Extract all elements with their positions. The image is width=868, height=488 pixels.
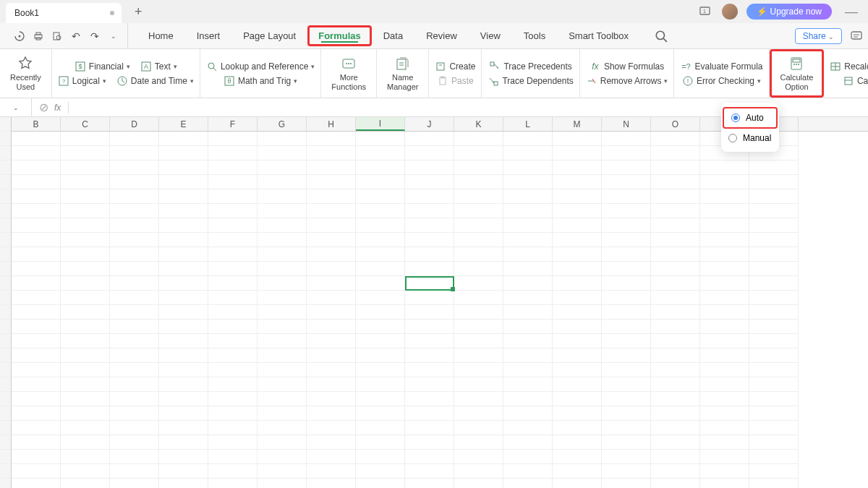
cell[interactable] — [503, 348, 553, 363]
cell[interactable] — [700, 435, 749, 450]
cell[interactable] — [159, 247, 208, 262]
cell[interactable] — [61, 247, 110, 262]
cell[interactable] — [553, 421, 602, 435]
cell[interactable] — [553, 175, 602, 189]
cell[interactable] — [159, 392, 208, 406]
cell[interactable] — [700, 450, 749, 464]
row-header[interactable] — [0, 218, 12, 233]
cell[interactable] — [405, 204, 454, 218]
cell[interactable] — [307, 160, 356, 175]
row-header[interactable] — [0, 276, 12, 291]
row-header[interactable] — [0, 421, 12, 435]
cell[interactable] — [749, 291, 799, 305]
cell[interactable] — [454, 189, 503, 204]
cell[interactable] — [503, 377, 553, 392]
cell[interactable] — [454, 305, 503, 320]
cell[interactable] — [454, 160, 503, 175]
cell[interactable] — [454, 479, 503, 488]
fx-icon[interactable]: fx — [54, 103, 61, 113]
cell[interactable] — [405, 363, 454, 377]
cell[interactable] — [651, 450, 700, 464]
cell[interactable] — [356, 233, 405, 247]
cell[interactable] — [454, 132, 503, 146]
cell[interactable] — [454, 218, 503, 233]
cell[interactable] — [12, 421, 61, 435]
cell[interactable] — [553, 479, 602, 488]
cell[interactable] — [258, 291, 307, 305]
cell[interactable] — [405, 189, 454, 204]
cell[interactable] — [503, 233, 553, 247]
cell[interactable] — [553, 247, 602, 262]
cell[interactable] — [749, 305, 799, 320]
cell[interactable] — [700, 363, 749, 377]
cell[interactable] — [700, 175, 749, 189]
cell[interactable] — [454, 377, 503, 392]
cell[interactable] — [454, 392, 503, 406]
cell[interactable] — [651, 233, 700, 247]
cell[interactable] — [602, 334, 651, 348]
financial-button[interactable]: $Financial ▾ — [75, 61, 130, 72]
cell[interactable] — [258, 406, 307, 421]
document-tab[interactable]: Book1 — [6, 3, 122, 23]
cell[interactable] — [208, 204, 258, 218]
cell[interactable] — [61, 132, 110, 146]
cell[interactable] — [258, 262, 307, 276]
dropdown-manual[interactable]: Manual — [721, 129, 779, 147]
cell[interactable] — [602, 276, 651, 291]
row-header[interactable] — [0, 189, 12, 204]
cell[interactable] — [749, 233, 799, 247]
cell[interactable] — [700, 348, 749, 363]
cell[interactable] — [700, 204, 749, 218]
cell[interactable] — [356, 305, 405, 320]
trace-dependents-button[interactable]: Trace Dependents — [488, 75, 573, 87]
evaluate-formula-button[interactable]: =?Evaluate Formula — [680, 61, 762, 72]
col-header-m[interactable]: M — [553, 117, 602, 131]
cell[interactable] — [553, 204, 602, 218]
tab-view[interactable]: View — [469, 25, 512, 47]
cell[interactable] — [651, 406, 700, 421]
cell[interactable] — [159, 363, 208, 377]
cell[interactable] — [503, 160, 553, 175]
cell[interactable] — [12, 479, 61, 488]
calculate-option-button[interactable]: Calculate Option — [776, 54, 818, 92]
cell[interactable] — [651, 160, 700, 175]
recently-used-button[interactable]: Recently Used — [6, 54, 46, 92]
cell[interactable] — [110, 276, 159, 291]
cell[interactable] — [307, 305, 356, 320]
cell[interactable] — [208, 450, 258, 464]
cell[interactable] — [307, 334, 356, 348]
row-header[interactable] — [0, 464, 12, 479]
row-header[interactable] — [0, 233, 12, 247]
cell[interactable] — [503, 363, 553, 377]
cell[interactable] — [61, 233, 110, 247]
cell[interactable] — [258, 348, 307, 363]
cell[interactable] — [110, 450, 159, 464]
cell[interactable] — [405, 233, 454, 247]
cell[interactable] — [700, 276, 749, 291]
cell[interactable] — [651, 218, 700, 233]
cell[interactable] — [356, 435, 405, 450]
cell[interactable] — [356, 377, 405, 392]
cell[interactable] — [110, 320, 159, 334]
cell[interactable] — [553, 392, 602, 406]
cell[interactable] — [503, 464, 553, 479]
cell[interactable] — [602, 377, 651, 392]
cell[interactable] — [110, 392, 159, 406]
cell[interactable] — [258, 464, 307, 479]
qat-dropdown-icon[interactable]: ⌄ — [107, 30, 120, 43]
cell[interactable] — [553, 348, 602, 363]
row-header[interactable] — [0, 132, 12, 146]
cell[interactable] — [258, 189, 307, 204]
row-header[interactable] — [0, 435, 12, 450]
cell[interactable] — [110, 146, 159, 160]
cell[interactable] — [651, 175, 700, 189]
tab-insert[interactable]: Insert — [185, 25, 232, 47]
cell[interactable] — [159, 218, 208, 233]
cell[interactable] — [651, 421, 700, 435]
cell[interactable] — [503, 334, 553, 348]
show-formulas-button[interactable]: fxShow Formulas — [590, 61, 664, 72]
cell[interactable] — [258, 247, 307, 262]
create-button[interactable]: Create — [435, 61, 475, 72]
cell[interactable] — [356, 132, 405, 146]
cell[interactable] — [405, 377, 454, 392]
